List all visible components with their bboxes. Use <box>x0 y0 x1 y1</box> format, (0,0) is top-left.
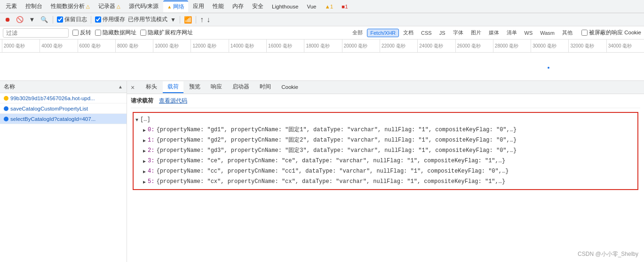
json-index-0: 0: <box>148 126 154 134</box>
filter-btn[interactable]: ▼ <box>27 15 37 24</box>
json-item-5-arrow[interactable]: ▶ <box>143 177 146 187</box>
search-btn[interactable]: 🔍 <box>40 15 49 24</box>
json-content-3: {propertyName: "ce", propertyCnName: "ce… <box>156 157 505 165</box>
type-fetch-xhr-btn[interactable]: Fetch/XHR <box>367 29 399 37</box>
type-all-btn[interactable]: 全部 <box>349 28 366 38</box>
tab-error1[interactable]: ■1 <box>338 2 351 11</box>
json-content-1: {propertyName: "gd2", propertyCnName: "固… <box>156 136 517 144</box>
export-btn[interactable]: ↓ <box>207 16 210 24</box>
json-content-5: {propertyName: "cx", propertyCnName: "cx… <box>156 177 505 186</box>
tab-network[interactable]: ▲ 网络 <box>163 0 188 12</box>
ruler-tick-15: 30000 毫秒 <box>531 40 568 53</box>
json-index-1: 1: <box>148 136 154 144</box>
sep1 <box>53 16 53 24</box>
tab-vue[interactable]: Vue <box>303 2 320 11</box>
json-item-0: ▶ 0: {propertyName: "gd1", propertyCnNam… <box>143 125 636 135</box>
item-icon-1 <box>4 96 8 101</box>
hide-data-url-label[interactable]: 隐藏数据网址 <box>95 29 136 36</box>
type-wasm-btn[interactable]: Wasm <box>537 29 558 37</box>
ruler-tick-2: 4000 毫秒 <box>40 40 77 53</box>
ruler-tick-17: 34000 毫秒 <box>606 40 644 53</box>
json-item-0-arrow[interactable]: ▶ <box>143 126 146 135</box>
ruler-tick-12: 24000 毫秒 <box>417 40 455 53</box>
tab-warning1[interactable]: ▲1 <box>321 2 337 11</box>
type-doc-btn[interactable]: 文档 <box>400 28 417 38</box>
tab-memory[interactable]: 内存 <box>229 1 247 12</box>
type-manifest-btn[interactable]: 清单 <box>503 28 520 38</box>
detail-tab-payload[interactable]: 载荷 <box>163 81 183 93</box>
detail-tab-headers[interactable]: 标头 <box>141 81 162 93</box>
clear-btn[interactable]: 🚫 <box>15 15 24 24</box>
json-tree-container: ▼ […] ▶ 0: {propertyName: "gd1", propert… <box>133 112 638 190</box>
json-item-2-arrow[interactable]: ▶ <box>143 146 146 156</box>
timeline-chart <box>0 53 644 81</box>
payload-content: 请求载荷 查看源代码 ▼ […] ▶ 0: {propertyName: "gd… <box>127 94 644 262</box>
hide-extension-label[interactable]: 隐藏扩展程序网址 <box>140 29 193 36</box>
json-root-arrow[interactable]: ▼ <box>135 115 138 125</box>
json-index-2: 2: <box>148 146 154 155</box>
tab-performance[interactable]: 性能 <box>209 1 228 12</box>
type-css-btn[interactable]: CSS <box>418 29 435 37</box>
tab-security[interactable]: 安全 <box>248 1 267 12</box>
tab-elements[interactable]: 元素 <box>2 1 21 12</box>
record-stop-btn[interactable]: ⏺ <box>3 15 12 24</box>
type-media-btn[interactable]: 媒体 <box>485 28 502 38</box>
preserve-log-checkbox[interactable] <box>57 16 63 23</box>
tab-sources[interactable]: 源代码/来源 <box>125 1 162 12</box>
filter-input[interactable] <box>3 28 69 38</box>
type-other-btn[interactable]: 其他 <box>559 28 576 38</box>
detail-tab-cookie[interactable]: Cookie <box>277 82 303 93</box>
stream-dropdown-icon[interactable]: ▼ <box>170 16 176 23</box>
detail-tab-response[interactable]: 响应 <box>206 81 227 93</box>
ruler-tick-6: 12000 毫秒 <box>191 40 228 53</box>
blocked-cookie-checkbox[interactable] <box>581 30 588 36</box>
tab-lighthouse[interactable]: Lighthouse <box>268 2 302 11</box>
request-list-header: 名称 ▲ <box>0 81 127 93</box>
tab-performance-insights[interactable]: 性能数据分析 △ <box>47 1 94 12</box>
type-buttons: 全部 Fetch/XHR 文档 CSS JS 字体 图片 媒体 清单 WS Wa… <box>349 28 576 38</box>
disable-cache-checkbox[interactable] <box>95 16 101 23</box>
hide-extension-checkbox[interactable] <box>140 30 146 36</box>
hide-data-url-checkbox[interactable] <box>95 30 101 36</box>
json-root-label: […] <box>140 115 151 124</box>
json-item-3-arrow[interactable]: ▶ <box>143 157 146 166</box>
type-js-btn[interactable]: JS <box>436 29 449 37</box>
ruler-tick-9: 18000 毫秒 <box>304 40 342 53</box>
request-item-3[interactable]: selectByCatalogId?catalogId=407... <box>0 114 127 124</box>
sep4 <box>196 16 196 24</box>
sep3 <box>180 16 180 24</box>
json-tree: ▼ […] ▶ 0: {propertyName: "gd1", propert… <box>135 115 636 187</box>
detail-tab-initiator[interactable]: 启动器 <box>228 81 254 93</box>
json-item-4-arrow[interactable]: ▶ <box>143 167 146 176</box>
json-index-5: 5: <box>148 177 154 186</box>
top-nav: 元素 控制台 性能数据分析 △ 记录器 △ 源代码/来源 ▲ 网络 应用 性能 … <box>0 0 644 13</box>
stream-mode-text: 已停用节流模式 <box>128 16 167 23</box>
request-item-2[interactable]: saveCatalogCustomPropertyList <box>0 103 127 114</box>
json-content-2: {propertyName: "gd3", propertyCnName: "固… <box>156 146 517 155</box>
tab-console[interactable]: 控制台 <box>22 1 46 12</box>
json-content-0: {propertyName: "gd1", propertyCnName: "固… <box>156 126 517 134</box>
close-detail-btn[interactable]: × <box>129 83 136 92</box>
view-source-link[interactable]: 查看源代码 <box>159 97 187 104</box>
detail-tab-preview[interactable]: 预览 <box>184 81 205 93</box>
reverse-checkbox[interactable] <box>72 30 79 36</box>
json-items: ▶ 0: {propertyName: "gd1", propertyCnNam… <box>135 125 636 187</box>
blocked-cookie-label[interactable]: 被屏蔽的响应 Cookie <box>581 29 641 36</box>
reverse-filter-label[interactable]: 反转 <box>72 29 91 36</box>
type-font-btn[interactable]: 字体 <box>450 28 467 38</box>
import-btn[interactable]: ↑ <box>200 16 204 24</box>
detail-tab-timing[interactable]: 时间 <box>255 81 276 93</box>
tab-recorder[interactable]: 记录器 △ <box>95 1 124 12</box>
json-item-1-arrow[interactable]: ▶ <box>143 136 146 145</box>
sep2 <box>91 16 91 24</box>
type-img-btn[interactable]: 图片 <box>468 28 485 38</box>
type-ws-btn[interactable]: WS <box>521 29 536 37</box>
sort-icon[interactable]: ▲ <box>118 84 123 89</box>
json-item-3: ▶ 3: {propertyName: "ce", propertyCnName… <box>143 156 636 167</box>
disable-cache-label[interactable]: 停用缓存 <box>95 16 125 23</box>
request-item-1[interactable]: 99b302b9d1b74567026a.hot-upd... <box>0 93 127 103</box>
preserve-log-label[interactable]: 保留日志 <box>57 16 87 23</box>
ruler-tick-16: 32000 毫秒 <box>568 40 606 53</box>
watermark: CSDN @小小零_Shelby <box>578 250 638 258</box>
tab-application[interactable]: 应用 <box>189 1 208 12</box>
